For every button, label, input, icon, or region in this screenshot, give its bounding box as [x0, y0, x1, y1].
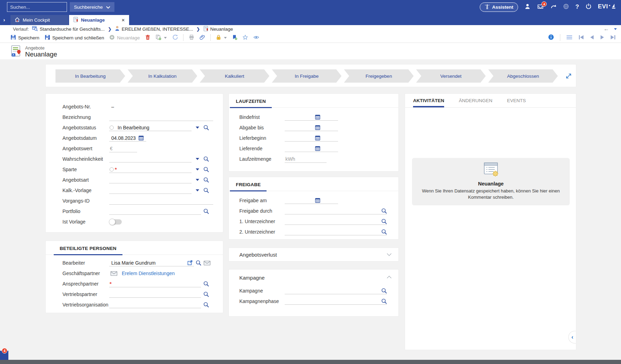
input-underline[interactable] [285, 235, 387, 235]
watch-button[interactable] [253, 35, 259, 41]
input-underline[interactable] [109, 173, 192, 173]
refresh-button[interactable] [172, 35, 178, 41]
input-underline[interactable] [109, 214, 201, 215]
tab-close-icon[interactable]: ✕ [121, 18, 125, 23]
chevron-up-icon[interactable] [387, 276, 391, 280]
lookup-search-icon[interactable] [381, 288, 387, 295]
lookup-search-icon[interactable] [203, 156, 209, 163]
logout-button[interactable] [585, 3, 592, 11]
search-input[interactable] [7, 2, 75, 12]
nav-next-button[interactable] [600, 35, 604, 41]
input-underline[interactable] [109, 183, 192, 183]
geschaeftspartner-link[interactable]: Erelem Dienstleistungen [122, 271, 175, 276]
lookup-search-icon[interactable] [203, 302, 209, 309]
panel-collapse-button[interactable]: ‹ [568, 331, 576, 343]
step-versendet[interactable]: Versendet [416, 69, 486, 83]
lookup-search-icon[interactable] [381, 208, 387, 215]
step-freigegeben[interactable]: Freigegeben [344, 69, 414, 83]
info-button[interactable] [548, 34, 554, 41]
breadcrumb-item-record[interactable]: Neuanlage [203, 26, 233, 32]
tab-aktivitaeten[interactable]: AKTIVITÄTEN [413, 94, 444, 107]
ist-vorlage-toggle[interactable] [109, 219, 122, 225]
save-button[interactable]: Speichern [10, 35, 39, 41]
dropdown-caret-icon[interactable] [196, 158, 199, 160]
nav-first-button[interactable] [578, 35, 584, 41]
input-underline[interactable] [109, 308, 201, 308]
input-underline[interactable] [109, 266, 194, 266]
tab-mein-cockpit[interactable]: Mein Cockpit [10, 15, 68, 25]
redo-button[interactable] [550, 3, 557, 10]
nav-previous-button[interactable] [590, 35, 594, 41]
help-button[interactable]: ? [575, 3, 579, 10]
step-in-bearbeitung[interactable]: In Bearbeitung [55, 69, 125, 83]
calendar-icon[interactable] [315, 135, 320, 142]
input-underline[interactable] [285, 214, 387, 214]
vorgangs-id-input[interactable] [109, 197, 213, 205]
laufzeitmenge-input[interactable] [285, 155, 327, 163]
open-record-icon[interactable] [187, 260, 193, 267]
history-back-icon[interactable]: ← [604, 26, 609, 32]
calendar-icon[interactable] [315, 125, 320, 131]
input-underline[interactable] [285, 152, 338, 152]
step-kalkuliert[interactable]: Kalkuliert [200, 69, 269, 83]
email-icon[interactable] [110, 271, 118, 278]
search-scope-button[interactable]: Suchbereiche [70, 2, 114, 12]
input-underline[interactable] [109, 194, 192, 194]
input-underline[interactable] [285, 304, 387, 305]
angebotsverlust-panel[interactable]: Angebotsverlust [229, 248, 399, 261]
calendar-icon[interactable] [315, 198, 320, 204]
bezeichnung-input[interactable] [109, 113, 213, 121]
subscribe-button[interactable] [232, 35, 237, 41]
lookup-search-icon[interactable] [381, 219, 387, 226]
sync-status-button[interactable] [563, 3, 569, 11]
permissions-button[interactable] [216, 35, 227, 41]
dropdown-caret-icon[interactable] [196, 189, 199, 191]
angebotswert-input[interactable] [109, 145, 137, 152]
input-underline[interactable] [109, 297, 201, 298]
favorite-button[interactable] [242, 35, 248, 41]
input-underline[interactable] [285, 204, 338, 204]
step-in-kalkulation[interactable]: In Kalkulation [128, 69, 197, 83]
chevron-down-icon[interactable] [387, 251, 391, 256]
steps-expand-icon[interactable] [565, 72, 573, 81]
user-button[interactable] [524, 3, 531, 11]
lookup-search-icon[interactable] [381, 298, 387, 305]
save-and-close-button[interactable]: Speichern und schließen [45, 35, 104, 41]
lookup-search-icon[interactable] [203, 208, 209, 215]
lookup-search-icon[interactable] [196, 260, 201, 267]
lookup-search-icon[interactable] [203, 188, 209, 195]
lookup-search-icon[interactable] [203, 125, 209, 132]
nav-last-button[interactable] [610, 35, 616, 41]
assistant-button[interactable]: Assistent [480, 2, 518, 12]
field-value[interactable]: 04.08.2023 [111, 135, 136, 141]
breadcrumb-item-company[interactable]: ERELEM GIEßEN, INTERESSE... [115, 26, 193, 32]
input-underline[interactable] [109, 287, 201, 287]
dropdown-caret-icon[interactable] [196, 179, 199, 181]
inbox-button[interactable]: 4 [537, 3, 544, 11]
input-underline[interactable] [285, 120, 338, 121]
input-underline[interactable] [109, 162, 192, 162]
step-in-freigabe[interactable]: In Freigabe [272, 69, 342, 83]
input-underline[interactable] [285, 225, 387, 225]
email-icon[interactable] [203, 260, 211, 267]
delete-button[interactable] [145, 35, 150, 41]
history-dropdown-icon[interactable] [614, 28, 617, 30]
sidebar-expand-button[interactable]: › [0, 14, 8, 25]
dropdown-caret-icon[interactable] [196, 127, 199, 129]
tab-neuanlage[interactable]: Neuanlage ✕ [69, 15, 129, 25]
breadcrumb-item-search[interactable]: Standardsuche für Geschäfts... [32, 26, 105, 32]
input-underline[interactable] [285, 131, 338, 131]
input-underline[interactable] [285, 141, 338, 142]
new-record-button[interactable]: Neuanlage [109, 35, 140, 41]
tab-aenderungen[interactable]: ÄNDERUNGEN [459, 94, 492, 107]
input-underline[interactable] [109, 131, 192, 131]
lookup-search-icon[interactable] [203, 177, 209, 184]
calendar-icon[interactable] [315, 114, 320, 121]
tab-events[interactable]: EVENTS [507, 94, 526, 107]
lookup-search-icon[interactable] [203, 281, 209, 288]
step-abgeschlossen[interactable]: Abgeschlossen [488, 69, 558, 83]
lookup-search-icon[interactable] [381, 229, 387, 236]
global-search[interactable] [7, 2, 67, 12]
menu-button[interactable] [566, 35, 573, 41]
attachments-button[interactable] [200, 35, 205, 41]
